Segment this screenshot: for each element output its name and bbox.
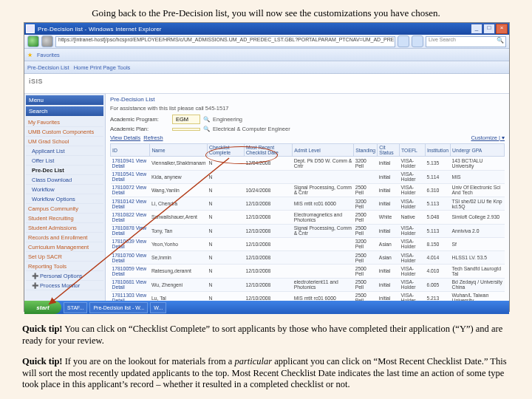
nav-item[interactable]: Pre-Dec List: [26, 166, 103, 175]
col-most-recent-date[interactable]: Most Recent Checklist Date: [244, 144, 292, 157]
nav-item[interactable]: Offer List: [26, 156, 103, 166]
nav-header-search[interactable]: Search: [26, 106, 103, 116]
cell: 5.113: [425, 197, 450, 211]
browser-tab[interactable]: Pre-Decision List: [27, 64, 69, 71]
cell: 5.213: [425, 291, 450, 301]
cell: N: [207, 237, 244, 250]
nav-item[interactable]: Records and Enrollment: [26, 233, 103, 242]
address-bar[interactable]: https://[intranet-host]/psc/hcsprd/EMPLO…: [55, 36, 395, 47]
favorites-star-icon[interactable]: ★: [27, 52, 33, 58]
col-checklist-complete[interactable]: Checklist Complete: [207, 144, 244, 157]
cell: 5.114: [425, 170, 450, 183]
view-details-link[interactable]: View Details: [110, 134, 140, 141]
nav-item[interactable]: Curriculum Management: [26, 242, 103, 252]
nav-item[interactable]: Student Admissions: [26, 223, 103, 233]
cell: 6.310: [425, 183, 450, 197]
cell: 2500 Pell: [354, 265, 378, 278]
nav-item[interactable]: Applicant List: [26, 146, 103, 156]
nav-item[interactable]: Workflow Options: [26, 194, 103, 204]
nav-item[interactable]: ➕ Personal Options: [26, 271, 103, 281]
cell: N: [207, 170, 244, 183]
academic-plan-input[interactable]: [172, 128, 200, 131]
cell: VISA-Holder: [400, 224, 426, 237]
cell: 17810639 View Detail: [111, 237, 150, 250]
nav-item[interactable]: Set Up SACR: [26, 252, 103, 262]
nav-item[interactable]: UMB Custom Components: [26, 127, 103, 137]
taskbar-task[interactable]: W...: [150, 302, 166, 313]
cell: 12/10/2008: [244, 237, 292, 250]
cell: Native: [400, 211, 426, 224]
col-toefl[interactable]: TOEFL: [400, 144, 426, 157]
favorites-label[interactable]: Favorites: [37, 52, 60, 58]
instruction-text: Going back to the Pre-Decision list, you…: [22, 7, 510, 19]
cell: MIS mtlt rc01 6000: [293, 291, 354, 301]
cell: N: [207, 265, 244, 278]
nav-item[interactable]: Class Download: [26, 175, 103, 185]
nav-item[interactable]: Campus Community: [26, 204, 103, 214]
col-institution[interactable]: Institution: [425, 144, 450, 157]
col-admit-level[interactable]: Admit Level: [293, 144, 354, 157]
cell: N: [207, 251, 244, 265]
cell: [293, 251, 354, 265]
cell: 4.010: [425, 265, 450, 278]
nav-item[interactable]: Reporting Tools: [26, 262, 103, 271]
nav-item[interactable]: Student Recruiting: [26, 214, 103, 223]
cell: N: [207, 278, 244, 291]
col-id[interactable]: ID: [111, 144, 150, 157]
cell: 17810541 View Detail: [111, 170, 150, 183]
nav-item[interactable]: ➕ Process Monitor: [26, 281, 103, 290]
back-button[interactable]: [27, 35, 39, 47]
window-title: Pre-Decision list - Windows Internet Exp…: [38, 26, 470, 33]
cell: 2500 Pell: [354, 291, 378, 301]
taskbar-task[interactable]: Pre-Decision list - W...: [89, 302, 148, 313]
nav-item[interactable]: UM Grad School: [26, 137, 103, 146]
cell: Wuhan/L Taiwan University: [450, 291, 504, 301]
table-row: 17810822 View DetailSchwalishauer,ArentN…: [111, 211, 505, 224]
taskbar-task[interactable]: STAF...: [64, 302, 87, 313]
col-name[interactable]: Name: [150, 144, 208, 157]
maximize-button[interactable]: □: [483, 24, 495, 34]
close-button[interactable]: ×: [496, 24, 508, 34]
nav-item[interactable]: Workflow: [26, 185, 103, 194]
cell: 12/10/2008: [244, 265, 292, 278]
cell: Signal Processing, Comm & Cntr: [293, 183, 354, 197]
customize-link[interactable]: Customize | ▾: [471, 134, 505, 141]
tab-strip: Pre-Decision List Home Print Page Tools: [24, 61, 509, 74]
page-menu[interactable]: Page: [103, 64, 116, 71]
tools-menu[interactable]: Tools: [117, 64, 131, 71]
home-menu[interactable]: Home: [74, 64, 89, 71]
start-button[interactable]: start: [24, 301, 61, 314]
cell: Wang,Yanlin: [150, 183, 208, 197]
cell: 12/10/2008: [244, 224, 292, 237]
col-cit-status[interactable]: Cit Status: [378, 144, 400, 157]
academic-program-input[interactable]: EGM: [172, 115, 200, 124]
cell: VISA-Holder: [400, 291, 426, 301]
cell: 8.150: [425, 237, 450, 250]
cell: 17811303 View Detail: [111, 291, 150, 301]
col-standing[interactable]: Standing: [354, 144, 378, 157]
minimize-button[interactable]: _: [471, 24, 482, 34]
nav-item[interactable]: My Favorites: [26, 117, 103, 127]
search-box[interactable]: Live Search: [426, 36, 506, 47]
cell: 5.113: [425, 224, 450, 237]
cell: 17810878 View Detail: [111, 224, 150, 237]
cell: MIS mtlt rc01 6000: [293, 197, 354, 211]
main-content: Pre-Decision List For assistance with th…: [106, 94, 509, 301]
cell: Asian: [378, 237, 400, 250]
print-menu[interactable]: Print: [90, 64, 101, 71]
lookup-icon[interactable]: 🔍: [203, 116, 210, 123]
refresh-link[interactable]: Refresh: [143, 134, 163, 141]
cell: VISA-Holder: [400, 251, 426, 265]
col-gpa[interactable]: Undergr GPA: [450, 144, 504, 157]
cell: 6.005: [425, 278, 450, 291]
forward-button[interactable]: [41, 35, 53, 47]
table-row: 17810941 View DetailViennalker,Shaktmana…: [111, 157, 505, 170]
table-row: 17810059 View DetailRatesung,deranntN12/…: [111, 265, 505, 278]
cell: Kida, anynew: [150, 170, 208, 183]
cell: Signal Processing, Comm & Cntr: [293, 224, 354, 237]
app-header: iSIS: [24, 74, 509, 94]
stop-icon[interactable]: [412, 35, 423, 47]
cell: Tech Sandfd Laurogtd Tal: [450, 265, 504, 278]
lookup-icon[interactable]: 🔍: [203, 126, 210, 132]
refresh-icon[interactable]: [398, 35, 409, 47]
